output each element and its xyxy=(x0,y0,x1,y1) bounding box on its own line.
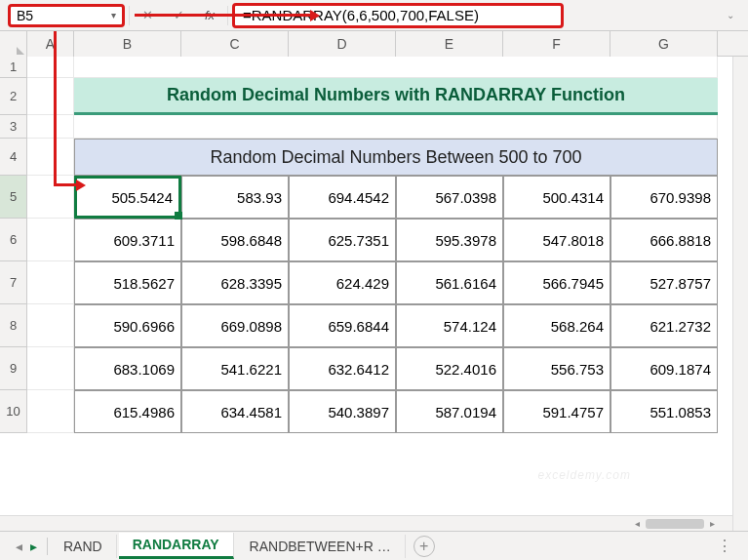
cell[interactable]: 659.6844 xyxy=(289,304,396,347)
cell[interactable]: 518.5627 xyxy=(74,261,181,304)
row-header-9[interactable]: 9 xyxy=(0,347,27,390)
row-header-5[interactable]: 5 xyxy=(0,176,27,219)
tab-rand[interactable]: RAND xyxy=(50,535,117,558)
row-header-8[interactable]: 8 xyxy=(0,304,27,347)
annotation-line xyxy=(54,31,57,185)
cell[interactable]: 587.0194 xyxy=(396,390,503,433)
cell[interactable] xyxy=(27,347,74,390)
cell[interactable]: 566.7945 xyxy=(503,261,610,304)
col-header-B[interactable]: B xyxy=(74,31,181,57)
column-headers: A B C D E F G xyxy=(0,31,748,57)
col-header-F[interactable]: F xyxy=(503,31,610,57)
cell[interactable]: 540.3897 xyxy=(289,390,396,433)
arrow-right-icon xyxy=(76,180,86,191)
cell[interactable]: 567.0398 xyxy=(396,176,503,219)
chevron-down-icon[interactable]: ▾ xyxy=(111,10,116,20)
cell-B5[interactable]: 505.5424 xyxy=(74,176,181,219)
annotation-line xyxy=(135,14,310,17)
cell[interactable]: 683.1069 xyxy=(74,347,181,390)
cell[interactable]: 669.0898 xyxy=(181,304,289,347)
annotation-line xyxy=(54,183,77,186)
cell[interactable]: 615.4986 xyxy=(74,390,181,433)
add-sheet-button[interactable]: + xyxy=(413,536,435,557)
col-header-G[interactable]: G xyxy=(610,31,718,57)
sheet-tab-bar: ◂ ▸ RAND RANDARRAY RANDBETWEEN+R … + ⋮ xyxy=(0,531,748,560)
row-header-2[interactable]: 2 xyxy=(0,78,27,115)
arrow-right-icon xyxy=(310,10,320,21)
cell[interactable] xyxy=(74,57,718,78)
cell[interactable]: 624.429 xyxy=(289,261,396,304)
table-title[interactable]: Random Decimal Numbers Between 500 to 70… xyxy=(74,139,718,176)
cell[interactable] xyxy=(27,176,74,219)
tab-randbetween[interactable]: RANDBETWEEN+R … xyxy=(236,535,406,558)
cell[interactable]: 591.4757 xyxy=(503,390,610,433)
separator xyxy=(129,6,130,25)
name-box-value: B5 xyxy=(17,8,33,23)
cell[interactable]: 556.753 xyxy=(503,347,610,390)
select-all-triangle[interactable] xyxy=(0,31,27,57)
cell[interactable] xyxy=(27,390,74,433)
spreadsheet-grid: 1 2 Random Decimal Numbers with RANDARRA… xyxy=(0,57,748,433)
scroll-left-icon[interactable]: ◂ xyxy=(635,518,640,529)
cell[interactable] xyxy=(27,78,74,115)
row-header-7[interactable]: 7 xyxy=(0,261,27,304)
col-header-C[interactable]: C xyxy=(181,31,289,57)
cell[interactable]: 590.6966 xyxy=(74,304,181,347)
row-header-6[interactable]: 6 xyxy=(0,219,27,261)
cell[interactable]: 547.8018 xyxy=(503,219,610,261)
cell[interactable]: 551.0853 xyxy=(610,390,718,433)
page-title[interactable]: Random Decimal Numbers with RANDARRAY Fu… xyxy=(74,78,718,115)
row-header-4[interactable]: 4 xyxy=(0,139,27,176)
watermark: exceldemy.com xyxy=(538,468,631,482)
name-box[interactable]: B5 ▾ xyxy=(8,4,125,27)
cell[interactable]: 609.3711 xyxy=(74,219,181,261)
col-header-A[interactable]: A xyxy=(27,31,74,57)
cell[interactable] xyxy=(74,115,718,139)
cell[interactable]: 609.1874 xyxy=(610,347,718,390)
cell[interactable]: 522.4016 xyxy=(396,347,503,390)
cell[interactable] xyxy=(27,304,74,347)
scroll-right-icon[interactable]: ▸ xyxy=(710,518,715,529)
cell[interactable]: 595.3978 xyxy=(396,219,503,261)
cell[interactable]: 598.6848 xyxy=(181,219,289,261)
row-header-10[interactable]: 10 xyxy=(0,390,27,433)
cell[interactable] xyxy=(27,139,74,176)
cell[interactable] xyxy=(27,219,74,261)
scroll-thumb[interactable] xyxy=(646,519,704,529)
cell[interactable]: 666.8818 xyxy=(610,219,718,261)
tab-nav: ◂ ▸ xyxy=(8,539,45,554)
tab-prev-icon[interactable]: ◂ xyxy=(16,539,22,554)
row-header-1[interactable]: 1 xyxy=(0,57,27,78)
tab-next-icon[interactable]: ▸ xyxy=(30,539,37,554)
cell[interactable]: 574.124 xyxy=(396,304,503,347)
cell[interactable]: 527.8757 xyxy=(610,261,718,304)
cell[interactable]: 583.93 xyxy=(181,176,289,219)
vertical-scrollbar[interactable] xyxy=(732,57,748,531)
cell[interactable] xyxy=(27,57,74,78)
cell[interactable]: 541.6221 xyxy=(181,347,289,390)
formula-bar: B5 ▾ ✕ ✓ fx =RANDARRAY(6,6,500,700,FALSE… xyxy=(0,0,748,31)
cell[interactable]: 634.4581 xyxy=(181,390,289,433)
horizontal-scrollbar[interactable]: ◂ ▸ xyxy=(0,515,732,531)
cell[interactable]: 500.4314 xyxy=(503,176,610,219)
cell[interactable]: 670.9398 xyxy=(610,176,718,219)
cell[interactable]: 628.3395 xyxy=(181,261,289,304)
formula-expand-icon[interactable]: ⌄ xyxy=(721,10,740,20)
separator xyxy=(47,538,48,555)
cell[interactable] xyxy=(27,115,74,139)
row-header-3[interactable]: 3 xyxy=(0,115,27,139)
col-header-E[interactable]: E xyxy=(396,31,503,57)
cell[interactable]: 632.6412 xyxy=(289,347,396,390)
col-header-D[interactable]: D xyxy=(289,31,396,57)
cell[interactable] xyxy=(27,261,74,304)
tab-menu-icon[interactable]: ⋮ xyxy=(711,537,740,555)
cell[interactable]: 694.4542 xyxy=(289,176,396,219)
cell[interactable]: 561.6164 xyxy=(396,261,503,304)
cell[interactable]: 621.2732 xyxy=(610,304,718,347)
cell[interactable]: 625.7351 xyxy=(289,219,396,261)
tab-randarray[interactable]: RANDARRAY xyxy=(119,533,234,559)
cell[interactable]: 568.264 xyxy=(503,304,610,347)
